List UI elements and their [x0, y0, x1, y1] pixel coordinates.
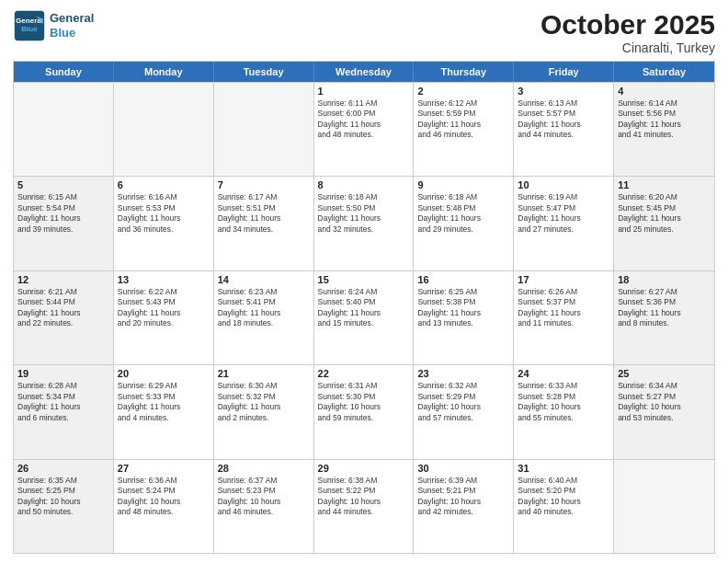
calendar-row: 1Sunrise: 6:11 AM Sunset: 6:00 PM Daylig… [14, 82, 714, 176]
logo: General Blue General Blue [13, 9, 94, 42]
cell-info: Sunrise: 6:31 AM Sunset: 5:30 PM Dayligh… [318, 381, 410, 423]
month-title: October 2025 [540, 9, 715, 40]
calendar-cell [214, 83, 314, 176]
day-number: 22 [318, 368, 410, 379]
day-number: 30 [417, 463, 509, 474]
cell-info: Sunrise: 6:27 AM Sunset: 5:36 PM Dayligh… [618, 287, 711, 329]
cell-info: Sunrise: 6:26 AM Sunset: 5:37 PM Dayligh… [518, 287, 609, 329]
day-number: 10 [518, 179, 609, 190]
calendar-cell: 15Sunrise: 6:24 AM Sunset: 5:40 PM Dayli… [314, 271, 415, 364]
calendar-cell: 28Sunrise: 6:37 AM Sunset: 5:23 PM Dayli… [214, 460, 314, 553]
calendar-cell: 7Sunrise: 6:17 AM Sunset: 5:51 PM Daylig… [214, 177, 314, 270]
day-number: 27 [118, 463, 210, 474]
day-number: 26 [17, 463, 109, 474]
calendar-body: 1Sunrise: 6:11 AM Sunset: 6:00 PM Daylig… [14, 82, 714, 553]
calendar-cell: 16Sunrise: 6:25 AM Sunset: 5:38 PM Dayli… [414, 271, 514, 364]
weekday-header: Tuesday [214, 62, 314, 82]
calendar-cell: 29Sunrise: 6:38 AM Sunset: 5:22 PM Dayli… [314, 460, 415, 553]
day-number: 4 [618, 86, 711, 97]
calendar-cell: 24Sunrise: 6:33 AM Sunset: 5:28 PM Dayli… [514, 365, 614, 458]
calendar-cell: 22Sunrise: 6:31 AM Sunset: 5:30 PM Dayli… [314, 365, 415, 458]
cell-info: Sunrise: 6:12 AM Sunset: 5:59 PM Dayligh… [417, 98, 509, 141]
cell-info: Sunrise: 6:34 AM Sunset: 5:27 PM Dayligh… [618, 381, 711, 423]
calendar-cell: 13Sunrise: 6:22 AM Sunset: 5:43 PM Dayli… [114, 271, 214, 364]
day-number: 9 [417, 179, 509, 190]
weekday-header: Thursday [414, 62, 514, 82]
weekday-header: Monday [114, 62, 214, 82]
calendar-cell: 12Sunrise: 6:21 AM Sunset: 5:44 PM Dayli… [14, 271, 114, 364]
calendar-cell [114, 83, 214, 176]
calendar-row: 12Sunrise: 6:21 AM Sunset: 5:44 PM Dayli… [14, 270, 714, 364]
calendar-cell: 14Sunrise: 6:23 AM Sunset: 5:41 PM Dayli… [214, 271, 314, 364]
day-number: 31 [518, 463, 609, 474]
cell-info: Sunrise: 6:18 AM Sunset: 5:48 PM Dayligh… [417, 192, 509, 235]
day-number: 5 [17, 179, 109, 190]
weekday-header: Friday [514, 62, 614, 82]
day-number: 29 [318, 463, 410, 474]
page: General Blue General Blue October 2025 C… [0, 0, 728, 563]
cell-info: Sunrise: 6:16 AM Sunset: 5:53 PM Dayligh… [118, 192, 210, 235]
cell-info: Sunrise: 6:13 AM Sunset: 5:57 PM Dayligh… [518, 98, 609, 141]
calendar-cell: 11Sunrise: 6:20 AM Sunset: 5:45 PM Dayli… [614, 177, 714, 270]
cell-info: Sunrise: 6:25 AM Sunset: 5:38 PM Dayligh… [417, 287, 509, 329]
cell-info: Sunrise: 6:30 AM Sunset: 5:32 PM Dayligh… [218, 381, 310, 423]
day-number: 14 [218, 274, 310, 285]
cell-info: Sunrise: 6:39 AM Sunset: 5:21 PM Dayligh… [417, 476, 509, 518]
cell-info: Sunrise: 6:20 AM Sunset: 5:45 PM Dayligh… [618, 192, 711, 235]
day-number: 24 [518, 368, 609, 379]
day-number: 25 [618, 368, 711, 379]
calendar-cell: 18Sunrise: 6:27 AM Sunset: 5:36 PM Dayli… [614, 271, 714, 364]
day-number: 3 [518, 86, 609, 97]
day-number: 19 [17, 368, 109, 379]
cell-info: Sunrise: 6:22 AM Sunset: 5:43 PM Dayligh… [118, 287, 210, 329]
day-number: 2 [417, 86, 509, 97]
cell-info: Sunrise: 6:21 AM Sunset: 5:44 PM Dayligh… [17, 287, 109, 329]
cell-info: Sunrise: 6:33 AM Sunset: 5:28 PM Dayligh… [518, 381, 609, 423]
calendar: SundayMondayTuesdayWednesdayThursdayFrid… [13, 61, 715, 554]
location: Cinaralti, Turkey [540, 40, 715, 55]
day-number: 15 [318, 274, 410, 285]
cell-info: Sunrise: 6:19 AM Sunset: 5:47 PM Dayligh… [518, 192, 609, 235]
day-number: 28 [218, 463, 310, 474]
calendar-cell: 2Sunrise: 6:12 AM Sunset: 5:59 PM Daylig… [414, 83, 514, 176]
calendar-cell: 23Sunrise: 6:32 AM Sunset: 5:29 PM Dayli… [414, 365, 514, 458]
cell-info: Sunrise: 6:38 AM Sunset: 5:22 PM Dayligh… [318, 476, 410, 518]
calendar-cell: 17Sunrise: 6:26 AM Sunset: 5:37 PM Dayli… [514, 271, 614, 364]
logo-text: General Blue [50, 11, 94, 40]
calendar-cell [14, 83, 114, 176]
cell-info: Sunrise: 6:11 AM Sunset: 6:00 PM Dayligh… [318, 98, 410, 141]
day-number: 8 [318, 179, 410, 190]
day-number: 11 [618, 179, 711, 190]
calendar-row: 26Sunrise: 6:35 AM Sunset: 5:25 PM Dayli… [14, 459, 714, 553]
weekday-header: Sunday [14, 62, 114, 82]
day-number: 7 [218, 179, 310, 190]
header: General Blue General Blue October 2025 C… [13, 9, 715, 55]
calendar-cell: 5Sunrise: 6:15 AM Sunset: 5:54 PM Daylig… [14, 177, 114, 270]
calendar-cell: 25Sunrise: 6:34 AM Sunset: 5:27 PM Dayli… [614, 365, 714, 458]
calendar-cell: 20Sunrise: 6:29 AM Sunset: 5:33 PM Dayli… [114, 365, 214, 458]
cell-info: Sunrise: 6:28 AM Sunset: 5:34 PM Dayligh… [17, 381, 109, 423]
calendar-cell: 30Sunrise: 6:39 AM Sunset: 5:21 PM Dayli… [414, 460, 514, 553]
calendar-row: 19Sunrise: 6:28 AM Sunset: 5:34 PM Dayli… [14, 364, 714, 458]
weekday-header: Wednesday [314, 62, 415, 82]
calendar-cell: 27Sunrise: 6:36 AM Sunset: 5:24 PM Dayli… [114, 460, 214, 553]
day-number: 17 [518, 274, 609, 285]
cell-info: Sunrise: 6:14 AM Sunset: 5:56 PM Dayligh… [618, 98, 711, 141]
cell-info: Sunrise: 6:18 AM Sunset: 5:50 PM Dayligh… [318, 192, 410, 235]
cell-info: Sunrise: 6:17 AM Sunset: 5:51 PM Dayligh… [218, 192, 310, 235]
logo-icon: General Blue [13, 9, 46, 42]
calendar-cell: 31Sunrise: 6:40 AM Sunset: 5:20 PM Dayli… [514, 460, 614, 553]
cell-info: Sunrise: 6:15 AM Sunset: 5:54 PM Dayligh… [17, 192, 109, 235]
calendar-cell: 26Sunrise: 6:35 AM Sunset: 5:25 PM Dayli… [14, 460, 114, 553]
cell-info: Sunrise: 6:35 AM Sunset: 5:25 PM Dayligh… [17, 476, 109, 518]
calendar-header: SundayMondayTuesdayWednesdayThursdayFrid… [14, 62, 714, 82]
logo-line2: Blue [50, 26, 94, 40]
calendar-cell: 3Sunrise: 6:13 AM Sunset: 5:57 PM Daylig… [514, 83, 614, 176]
svg-text:Blue: Blue [21, 25, 38, 33]
day-number: 13 [118, 274, 210, 285]
cell-info: Sunrise: 6:32 AM Sunset: 5:29 PM Dayligh… [417, 381, 509, 423]
cell-info: Sunrise: 6:36 AM Sunset: 5:24 PM Dayligh… [118, 476, 210, 518]
day-number: 21 [218, 368, 310, 379]
calendar-cell: 8Sunrise: 6:18 AM Sunset: 5:50 PM Daylig… [314, 177, 415, 270]
calendar-cell: 21Sunrise: 6:30 AM Sunset: 5:32 PM Dayli… [214, 365, 314, 458]
